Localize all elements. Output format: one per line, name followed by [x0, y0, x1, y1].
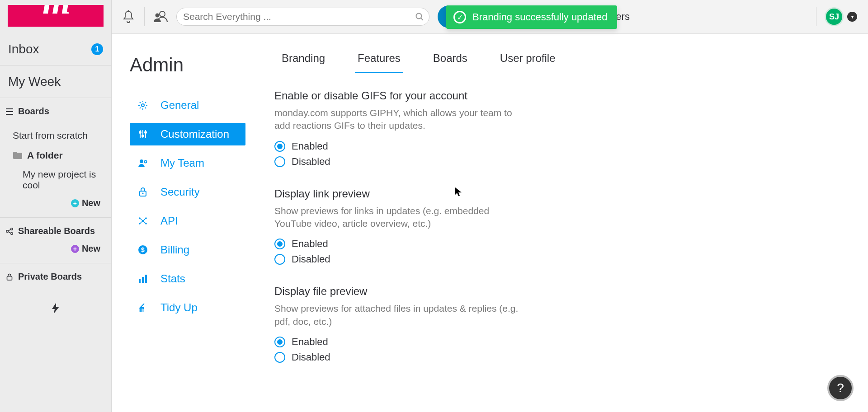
- people-icon[interactable]: [153, 9, 168, 24]
- share-icon: [5, 228, 14, 235]
- tab-features[interactable]: Features: [355, 47, 403, 73]
- search-icon: [415, 13, 424, 21]
- radio-label: Disabled: [292, 156, 330, 168]
- app-logo[interactable]: m: [8, 5, 104, 27]
- inbox-count-badge: 1: [91, 43, 103, 55]
- svg-point-4: [127, 10, 129, 11]
- sidebar-myweek-label: My Week: [8, 75, 61, 89]
- setting-desc: Show previews for links in updates (e.g.…: [274, 205, 528, 230]
- sidebar-inbox-label: Inbox: [8, 42, 39, 56]
- left-sidebar: m Inbox 1 My Week Boards Start from scra…: [0, 0, 112, 412]
- svg-point-9: [139, 131, 141, 133]
- new-board-label: New: [82, 198, 100, 208]
- sidebar-boards-section: Boards Start from scratch A folder My ne…: [0, 98, 111, 218]
- content: Admin General Customization: [112, 34, 868, 412]
- tab-boards[interactable]: Boards: [430, 47, 470, 73]
- sidebar-boards-title: Boards: [18, 106, 49, 117]
- admin-nav-label: General: [160, 99, 199, 112]
- radio-label: Disabled: [292, 253, 330, 265]
- admin-nav-myteam[interactable]: My Team: [130, 152, 245, 174]
- sidebar-boards-title-row[interactable]: Boards: [5, 106, 107, 117]
- admin-nav-label: Customization: [160, 128, 229, 140]
- setting-linkpreview: Display link preview Show previews for l…: [274, 187, 618, 266]
- settings-tabs: Branding Features Boards User profile: [274, 47, 618, 73]
- notifications-icon[interactable]: [121, 9, 136, 24]
- admin-nav-tidyup[interactable]: Tidy Up: [130, 296, 245, 319]
- admin-nav-api[interactable]: API: [130, 210, 245, 232]
- svg-rect-3: [7, 276, 12, 280]
- radio-label: Enabled: [292, 140, 328, 152]
- setting-title: Display file preview: [274, 285, 618, 298]
- folder-icon: [13, 151, 23, 159]
- admin-nav-label: Stats: [160, 272, 185, 285]
- admin-nav-label: API: [160, 215, 178, 227]
- admin-nav-column: Admin General Customization: [112, 34, 265, 412]
- board-start-from-scratch[interactable]: Start from scratch: [5, 126, 107, 145]
- svg-point-6: [156, 14, 160, 18]
- svg-point-15: [142, 192, 143, 194]
- admin-nav: General Customization My Team: [130, 94, 265, 323]
- radio-gifs-enabled[interactable]: Enabled: [274, 140, 618, 152]
- chevron-down-icon[interactable]: ▾: [847, 12, 857, 22]
- check-icon: ✓: [453, 11, 466, 23]
- search-field-wrap: [176, 8, 429, 26]
- setting-desc: monday.com supports GIPHY, which allows …: [274, 107, 528, 132]
- menu-icon: [5, 108, 14, 115]
- svg-rect-23: [139, 279, 141, 283]
- sidebar-myweek[interactable]: My Week: [0, 66, 111, 98]
- radio-file-disabled[interactable]: Disabled: [274, 351, 618, 363]
- dollar-icon: $: [138, 245, 148, 255]
- radio-file-enabled[interactable]: Enabled: [274, 336, 618, 348]
- admin-nav-label: Tidy Up: [160, 301, 198, 314]
- sidebar-shareable-title: Shareable Boards: [18, 226, 95, 236]
- bolt-icon: [52, 303, 59, 314]
- admin-nav-general[interactable]: General: [130, 94, 245, 117]
- radio-icon: [274, 337, 285, 347]
- new-shareable-button[interactable]: + New: [5, 236, 107, 254]
- admin-nav-security[interactable]: Security: [130, 181, 245, 203]
- svg-point-5: [160, 11, 165, 17]
- plus-icon: +: [71, 245, 79, 253]
- team-icon: [138, 158, 148, 168]
- svg-text:$: $: [141, 246, 145, 253]
- svg-point-10: [142, 135, 144, 137]
- topbar: your plan + Invite team members SJ ▾ ✓ B…: [112, 0, 868, 34]
- radio-link-disabled[interactable]: Disabled: [274, 253, 618, 265]
- radio-label: Enabled: [292, 238, 328, 250]
- sidebar-private-section: Private Boards: [0, 263, 111, 291]
- board-item-label: Start from scratch: [13, 130, 88, 141]
- sidebar-shareable-title-row[interactable]: Shareable Boards: [5, 226, 107, 236]
- admin-nav-billing[interactable]: $ Billing: [130, 239, 245, 261]
- radio-icon: [274, 352, 285, 363]
- divider: [816, 7, 816, 26]
- new-board-button[interactable]: + New: [5, 191, 107, 208]
- sidebar-private-title-row[interactable]: Private Boards: [5, 272, 107, 282]
- main-area: your plan + Invite team members SJ ▾ ✓ B…: [112, 0, 868, 412]
- sliders-icon: [138, 129, 148, 139]
- svg-point-1: [6, 230, 8, 232]
- radio-link-enabled[interactable]: Enabled: [274, 238, 618, 250]
- svg-point-2: [11, 232, 13, 234]
- board-project[interactable]: My new project is cool: [5, 169, 107, 191]
- search-input[interactable]: [183, 8, 423, 25]
- settings-column: Branding Features Boards User profile En…: [265, 34, 618, 412]
- board-folder[interactable]: A folder: [5, 145, 107, 165]
- gear-icon: [138, 100, 148, 110]
- radio-gifs-disabled[interactable]: Disabled: [274, 156, 618, 168]
- svg-rect-24: [142, 277, 144, 283]
- tab-label: Boards: [433, 52, 467, 64]
- admin-nav-stats[interactable]: Stats: [130, 267, 245, 290]
- success-toast: ✓ Branding successfully updated: [446, 5, 617, 29]
- help-button[interactable]: ?: [827, 375, 854, 401]
- user-menu[interactable]: SJ ▾: [825, 7, 857, 26]
- lock-icon: [138, 187, 148, 197]
- tab-userprofile[interactable]: User profile: [497, 47, 558, 73]
- svg-point-7: [416, 14, 422, 19]
- tab-label: Branding: [282, 52, 325, 64]
- sidebar-inbox[interactable]: Inbox 1: [0, 33, 111, 66]
- radio-icon: [274, 239, 285, 249]
- sidebar-bolt[interactable]: [0, 291, 111, 325]
- setting-title: Display link preview: [274, 187, 618, 200]
- admin-nav-customization[interactable]: Customization: [130, 123, 245, 145]
- tab-branding[interactable]: Branding: [279, 47, 328, 73]
